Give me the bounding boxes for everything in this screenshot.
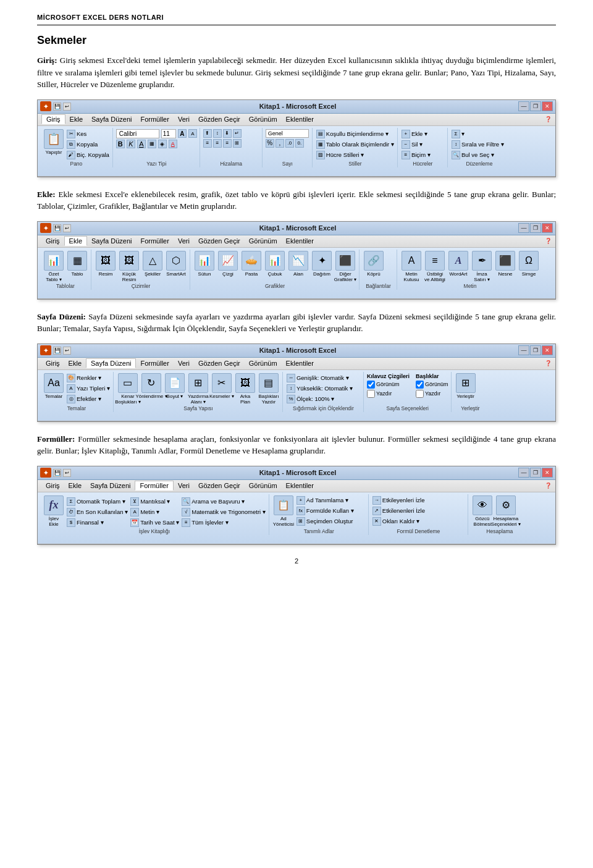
help-icon-1[interactable]: ❓	[545, 116, 552, 122]
ustbilgi-btn[interactable]: ≡Üstbilgive Altbilgi	[424, 251, 446, 282]
menu-giris-3[interactable]: Giriş	[41, 359, 64, 368]
yazi-tipleri-btn[interactable]: AYazı Tipleri ▾	[66, 384, 111, 394]
window-controls-2[interactable]: — ❐ ✕	[518, 223, 553, 233]
tarih-btn[interactable]: 📅Tarih ve Saat ▾	[130, 518, 180, 528]
menu-form-2[interactable]: Formüller	[136, 237, 173, 245]
menu-veri-4[interactable]: Veri	[174, 481, 194, 490]
restore-btn-3[interactable]: ❐	[530, 345, 541, 355]
menu-ekle-4[interactable]: Ekle	[64, 481, 86, 490]
menu-sayfa-1[interactable]: Sayfa Düzeni	[87, 115, 136, 124]
etkileyenleri-izle-btn[interactable]: →Etkileyenleri İzle	[372, 495, 465, 505]
close-btn-2[interactable]: ✕	[542, 223, 553, 233]
minimize-btn-3[interactable]: —	[518, 345, 529, 355]
merge-btn[interactable]: ⊞	[233, 139, 242, 148]
close-btn-3[interactable]: ✕	[542, 345, 553, 355]
office-button-2[interactable]: ✦	[40, 223, 51, 233]
baslik-yazdir-check[interactable]	[416, 390, 424, 398]
finansal-btn[interactable]: $Finansal ▾	[66, 518, 128, 528]
align-center-btn[interactable]: ≡	[213, 139, 222, 148]
oklari-kaldir-btn[interactable]: ✕Okları Kaldır ▾	[372, 516, 465, 526]
quicksave-4[interactable]: 💾	[53, 469, 61, 477]
undo-2[interactable]: ↩	[63, 224, 71, 232]
align-right-btn[interactable]: ≡	[223, 139, 232, 148]
dagitim-btn[interactable]: ✦Dağıtım	[311, 251, 333, 277]
kopyala-btn[interactable]: ⧉Kopyala	[66, 140, 110, 150]
sekiller-btn[interactable]: △ Şekiller	[141, 251, 164, 277]
etkilenenleri-izle-btn[interactable]: ↗Etkilenenleri İzle	[372, 506, 465, 516]
arama-btn[interactable]: 🔍Arama ve Başvuru ▾	[181, 497, 266, 507]
kosullu-btn[interactable]: ▤Koşullu Biçimlendirme ▾	[316, 129, 395, 139]
gozcu-btn[interactable]: 👁GözcüBölmesi	[471, 495, 494, 527]
kesmeler-btn[interactable]: ✂Kesmeler ▾	[211, 373, 233, 399]
bold-btn[interactable]: B	[116, 140, 125, 148]
kes-btn[interactable]: ✂Kes	[66, 129, 110, 139]
fill-color-btn[interactable]: ◈	[158, 140, 167, 148]
sayi-format-box[interactable]: Genel	[266, 129, 309, 138]
nesne-btn[interactable]: ⬛Nesne	[494, 251, 516, 277]
undo-3[interactable]: ↩	[63, 347, 71, 355]
restore-btn-4[interactable]: ❐	[530, 468, 541, 478]
minimize-btn-1[interactable]: —	[518, 101, 529, 111]
align-top-btn[interactable]: ⬆	[203, 129, 212, 138]
quicksave-3[interactable]: 💾	[53, 347, 61, 355]
menu-gorunum-4[interactable]: Görünüm	[245, 481, 282, 490]
ad-tanimla-btn[interactable]: +Ad Tanımlama ▾	[296, 495, 355, 505]
align-mid-btn[interactable]: ↕	[213, 129, 222, 138]
menu-gorunum-3[interactable]: Görünüm	[245, 359, 282, 368]
menu-gozden-2[interactable]: Gözden Geçir	[194, 237, 245, 245]
imza-btn[interactable]: ✒İmzaSatırı ▾	[471, 251, 493, 282]
hesaplama-sec-btn[interactable]: ⚙HesaplamaSeçenekleri ▾	[495, 495, 517, 527]
menu-form-1[interactable]: Formüller	[136, 115, 173, 124]
menu-giris-2[interactable]: Giriş	[41, 237, 64, 245]
menu-gorunum-2[interactable]: Görünüm	[245, 237, 282, 245]
baslik-goruntule-check[interactable]	[416, 381, 424, 389]
menu-gozden-3[interactable]: Gözden Geçir	[194, 359, 245, 368]
border-btn[interactable]: ▦	[148, 140, 156, 148]
sigma-btn[interactable]: Σ▾	[451, 129, 508, 139]
arka-plan-btn[interactable]: 🖼ArkaPlan	[234, 373, 256, 405]
genislik-btn[interactable]: ↔Genişlik: Otomatik ▾	[286, 373, 361, 383]
undo-1[interactable]: ↩	[63, 103, 71, 111]
temalar-btn[interactable]: AaTemalar	[43, 373, 65, 399]
secimden-olustur-btn[interactable]: ⊞Seçimden Oluştur	[296, 516, 355, 526]
kilavuz-yazdir-check[interactable]	[367, 390, 375, 398]
font-grow-btn[interactable]: A	[178, 129, 187, 138]
ad-yoneticisi-btn[interactable]: 📋AdYöneticisi	[272, 495, 295, 527]
simge-btn[interactable]: ΩSimge	[518, 251, 540, 277]
menu-gozden-1[interactable]: Gözden Geçir	[194, 115, 245, 124]
minimize-btn-2[interactable]: —	[518, 223, 529, 233]
thousand-sep-btn[interactable]: ,	[275, 139, 284, 148]
otomatik-toplam-btn[interactable]: ΣOtomatik Toplam ▾	[66, 497, 128, 507]
kilavuz-goruntule-check[interactable]	[367, 381, 375, 389]
mantiksal-btn[interactable]: ⊻Mantıksal ▾	[130, 497, 180, 507]
diger-btn[interactable]: ⬛DiğerGrafikler ▾	[334, 251, 356, 282]
font-color-btn[interactable]: A	[169, 140, 177, 148]
pasta-btn[interactable]: 🥧Pasta	[240, 251, 263, 277]
yapistir-btn[interactable]: 📋 Yapıştır	[43, 129, 65, 155]
hucre-stili-btn[interactable]: ▨Hücre Stilleri ▾	[316, 150, 395, 160]
wrap-text-btn[interactable]: ↵	[233, 129, 242, 138]
align-left-btn[interactable]: ≡	[203, 139, 212, 148]
decrease-decimal-btn[interactable]: 0.	[295, 139, 304, 148]
window-controls-3[interactable]: — ❐ ✕	[518, 345, 553, 355]
matematik-btn[interactable]: √Matematik ve Trigonometri ▾	[181, 507, 266, 517]
font-size-box[interactable]: 11	[161, 129, 176, 138]
office-button-3[interactable]: ✦	[40, 345, 51, 355]
tablo2-btn[interactable]: ▦ Tablo	[66, 251, 88, 277]
yazdirma-alani-btn[interactable]: ⊞YazdırmaAlanı ▾	[187, 373, 209, 405]
italic-btn[interactable]: K	[127, 140, 135, 148]
sil-btn[interactable]: −Sil ▾	[401, 140, 445, 150]
cizgi-btn[interactable]: 📈Çizgi	[217, 251, 239, 277]
ekle-h-btn[interactable]: +Ekle ▾	[401, 129, 445, 139]
menu-giris-1[interactable]: Giriş	[41, 114, 65, 124]
restore-btn-2[interactable]: ❐	[530, 223, 541, 233]
window-controls-4[interactable]: — ❐ ✕	[518, 468, 553, 478]
increase-decimal-btn[interactable]: .0	[285, 139, 294, 148]
menu-gorunum-1[interactable]: Görünüm	[245, 115, 282, 124]
restore-btn-1[interactable]: ❐	[530, 101, 541, 111]
islev-ekle-btn[interactable]: fx İşlevEkle	[43, 495, 65, 527]
menu-ekle-3[interactable]: Ekle	[64, 359, 86, 368]
undo-4[interactable]: ↩	[63, 469, 71, 477]
menu-form-4[interactable]: Formüller	[135, 481, 173, 491]
metin-kutusu-btn[interactable]: AMetinKutusu	[400, 251, 423, 282]
